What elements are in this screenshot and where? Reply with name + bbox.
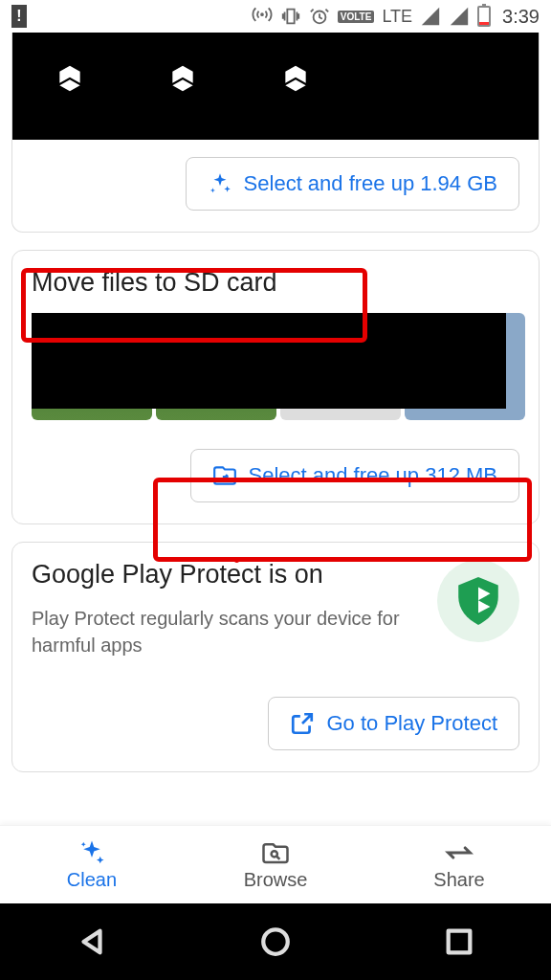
svg-point-2 [263,929,288,954]
recent-button[interactable] [443,925,475,958]
cleanup-button-label: Select and free up 1.94 GB [244,171,497,196]
move-sd-card: Move files to SD card Select and free up… [11,250,540,524]
alarm-icon [309,6,330,27]
vibrate-icon [280,6,301,27]
signal-icon-2 [449,6,470,27]
cleanup-card: Select and free up 1.94 GB [11,33,540,233]
external-link-icon [290,711,315,736]
cleanup-button[interactable]: Select and free up 1.94 GB [186,157,519,211]
play-protect-card: Google Play Protect is on Play Protect r… [11,542,540,772]
folder-search-icon [261,838,290,867]
play-protect-button-label: Go to Play Protect [326,711,497,736]
tab-share[interactable]: Share [367,826,551,903]
move-sd-title: Move files to SD card [32,268,519,298]
svg-point-1 [272,851,277,857]
lte-label: LTE [382,7,412,27]
signal-icon-1 [420,6,441,27]
move-sd-thumbs[interactable] [32,313,519,420]
back-button[interactable] [76,925,108,958]
status-bar: VOLTE LTE 3:39 [0,0,551,33]
tab-browse[interactable]: Browse [184,826,367,903]
redaction-overlay [32,313,506,409]
tab-share-label: Share [433,869,484,891]
battery-icon [477,6,491,27]
sparkle-icon [77,838,106,867]
tab-clean[interactable]: Clean [0,826,184,903]
clock-time: 3:39 [502,6,540,28]
hotspot-icon [252,6,273,27]
play-protect-subtitle: Play Protect regularly scans your device… [32,605,414,658]
play-protect-title: Google Play Protect is on [32,560,414,590]
tab-clean-label: Clean [67,869,117,891]
move-folder-icon [212,463,237,488]
app-thumb[interactable] [267,50,328,111]
volte-badge: VOLTE [338,11,375,23]
app-thumb[interactable] [41,50,102,111]
app-thumb[interactable] [154,50,215,111]
play-protect-button[interactable]: Go to Play Protect [268,697,519,750]
move-sd-button[interactable]: Select and free up 312 MB [190,449,520,502]
cleanup-thumb-strip[interactable] [12,33,539,140]
android-nav-bar [0,903,551,980]
sparkle-icon [208,171,232,196]
move-sd-button-label: Select and free up 312 MB [249,463,498,488]
svg-rect-3 [449,931,471,953]
shield-icon [437,560,519,642]
home-button[interactable] [259,925,292,958]
bottom-tab-bar: Clean Browse Share [0,825,551,903]
scroll-content[interactable]: Select and free up 1.94 GB Move files to… [0,33,551,825]
tab-browse-label: Browse [244,869,308,891]
swap-icon [445,838,474,867]
alert-icon [11,5,27,28]
